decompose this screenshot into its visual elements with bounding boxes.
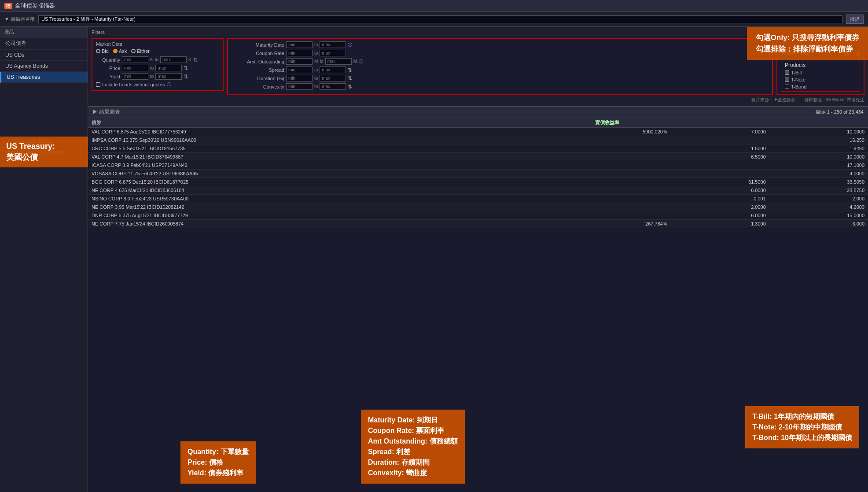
bond-cell: NE CORP 4.625 Mar01'21 IBCID83605104 [88, 186, 544, 195]
quantity-min-input[interactable] [122, 56, 148, 63]
coupon-rate-min-input[interactable] [286, 50, 313, 56]
table-row[interactable]: IMPSA CORP 10.375 Sep30'20 USN96616AA00 … [88, 136, 868, 144]
val1-cell [671, 170, 769, 178]
amt-outstanding-info-icon[interactable]: ⓘ [359, 59, 363, 65]
yield-cell: 5900.020% [544, 128, 671, 136]
spread-min-input[interactable] [286, 67, 313, 73]
convexity-sort-icon[interactable]: ⇅ [348, 84, 352, 90]
coupon-rate-to: to [314, 51, 318, 55]
table-row[interactable]: CRC CORP 5.5 Sep15'21 IBCID191567735 1.5… [88, 144, 868, 153]
convexity-min-input[interactable] [286, 83, 313, 90]
include-bonds-checkbox[interactable] [96, 82, 100, 87]
tbond-row[interactable]: T-Bond [785, 84, 856, 89]
price-sort-icon[interactable]: ⇅ [184, 65, 188, 71]
amt-outstanding-to: to [320, 59, 323, 64]
table-row[interactable]: NSINO CORP 8.0 Feb24'23 USR59730AA00 0.0… [88, 195, 868, 203]
ib-logo: IB [4, 3, 12, 9]
coupon-rate-max-input[interactable] [320, 50, 346, 56]
table-row[interactable]: DNR CORP 6.375 Aug15'21 IBCID83977729 6.… [88, 211, 868, 220]
spread-max-input[interactable] [320, 67, 346, 73]
yield-max-input[interactable] [155, 73, 182, 80]
quantity-row: Quantity K to K ⇅ [96, 56, 219, 63]
val1-cell [671, 136, 769, 144]
title-bar: IB 全球債券掃描器 [0, 0, 868, 12]
val1-cell: 1.5000 [671, 144, 769, 153]
duration-min-input[interactable] [286, 75, 313, 81]
sidebar-item-us-treasuries[interactable]: US Treasuries [0, 72, 88, 83]
tbill-checkbox[interactable] [785, 70, 789, 75]
duration-max-input[interactable] [320, 75, 346, 81]
sidebar-item-corporate[interactable]: 公司債券 [0, 37, 88, 50]
yield-cell [544, 136, 671, 144]
tnote-row[interactable]: T-Note [785, 77, 856, 82]
convexity-max-input[interactable] [320, 83, 346, 90]
table-row[interactable]: ICASA CORP 8.9 Feb04'21 USP37149AN42 17.… [88, 161, 868, 170]
val2-cell: 1.9490 [769, 144, 868, 153]
price-max-input[interactable] [155, 65, 182, 71]
duration-sort-icon[interactable]: ⇅ [348, 75, 352, 81]
maturity-date-min-input[interactable] [286, 41, 313, 48]
val1-col-header [671, 118, 769, 128]
amt-outstanding-min-input[interactable] [286, 58, 313, 65]
spread-to: to [314, 67, 318, 72]
include-bonds-row[interactable]: Include bonds without quotes ⓘ [96, 81, 219, 88]
yield-cell [544, 153, 671, 161]
duration-to: to [314, 76, 318, 81]
bond-col-header[interactable]: 債券 [88, 118, 544, 128]
sidebar-item-us-cds[interactable]: US CDs [0, 50, 88, 61]
val2-cell: 10.0000 [769, 153, 868, 161]
quantity-sort-icon[interactable]: ⇅ [193, 57, 198, 63]
radio-ask[interactable]: Ask [113, 48, 127, 54]
results-area[interactable]: 債券 賣價收益率 VAL CORP 6.875 Aug15'20 IBCID77… [88, 118, 868, 492]
scan-button[interactable]: 掃描 [846, 15, 864, 24]
tnote-checkbox[interactable] [785, 78, 789, 82]
coupon-rate-row: Coupon Rate to [232, 50, 769, 56]
maturity-date-max-input[interactable] [320, 41, 346, 48]
val1-cell: 1.3000 [671, 220, 769, 228]
duration-row: Duration (%) to ⇅ [232, 75, 769, 81]
bond-cell: VAL CORP 4.7 Mar15'21 IBCID376499887 [88, 153, 544, 161]
table-row[interactable]: VOSASA CORP 11.75 Feb09'22 USL9668KAA45 … [88, 170, 868, 178]
expand-results-icon[interactable]: ▶ 結果圖表 [92, 108, 120, 116]
scanner-name-input[interactable] [38, 15, 842, 23]
table-row[interactable]: NE CORP 3.95 Mar15'22 IBCID102082142 2.0… [88, 203, 868, 211]
radio-ask-dot [113, 49, 118, 53]
table-row[interactable]: VAL CORP 4.7 Mar15'21 IBCID376499887 6.5… [88, 153, 868, 161]
table-row[interactable]: NE CORP 4.625 Mar01'21 IBCID83605104 6.0… [88, 186, 868, 195]
products-box: Products T-Bill T-Note T-Bond [781, 60, 860, 92]
bond-cell: ICASA CORP 8.9 Feb04'21 USP37149AN42 [88, 161, 544, 170]
yield-min-input[interactable] [122, 73, 148, 80]
sidebar-item-us-agency-bonds[interactable]: US Agency Bonds [0, 61, 88, 72]
bond-cell: NSINO CORP 8.0 Feb24'23 USR59730AA00 [88, 195, 544, 203]
spread-sort-icon[interactable]: ⇅ [348, 67, 352, 73]
price-min-input[interactable] [122, 65, 148, 71]
content-area: Filters 勾選Only: 只搜尋浮動利率債券 勾選排除：排除浮動利率債券 … [88, 27, 868, 492]
radio-either[interactable]: Either [131, 48, 150, 54]
val2-cell: 15.0000 [769, 211, 868, 220]
table-row[interactable]: VAL CORP 6.875 Aug15'20 IBCID77756249 59… [88, 128, 868, 136]
radio-bid[interactable]: Bid [96, 48, 109, 54]
quantity-label: Quantity [96, 57, 120, 63]
yield-cell [544, 170, 671, 178]
tbond-checkbox[interactable] [785, 85, 789, 89]
tbond-label: T-Bond [791, 84, 806, 89]
val2-cell: 4.0000 [769, 170, 868, 178]
tbill-row[interactable]: T-Bill [785, 70, 856, 75]
yield-sort-icon[interactable]: ⇅ [184, 74, 188, 80]
radio-ask-label: Ask [119, 48, 127, 54]
results-header: ▶ 結果圖表 顯示 1 - 250 of 23,434 [88, 107, 868, 118]
spread-label: Spread [232, 67, 284, 73]
include-bonds-info-icon[interactable]: ⓘ [167, 81, 171, 88]
maturity-date-info-icon[interactable]: ⓘ [348, 42, 352, 48]
amt-outstanding-max-input[interactable] [325, 58, 352, 65]
table-row[interactable]: BGG CORP 6.875 Dec15'20 IBCID81877025 31… [88, 178, 868, 186]
filters-section: Filters 勾選Only: 只搜尋浮動利率債券 勾選排除：排除浮動利率債券 … [88, 27, 868, 107]
tbill-annotation: T-Bill: 1年期內的短期國債 T-Note: 2-10年期的中期國債 T-… [745, 406, 859, 448]
quantity-max-input[interactable] [160, 56, 187, 63]
yield-col-header[interactable]: 賣價收益率 [544, 118, 671, 128]
table-row[interactable]: NE CORP 7.75 Jan15'24 IBCID260005874 267… [88, 220, 868, 228]
val2-cell: 33.5050 [769, 178, 868, 186]
yield-cell [544, 195, 671, 203]
val2-cell: 3.000 [769, 220, 868, 228]
yield-cell [544, 211, 671, 220]
